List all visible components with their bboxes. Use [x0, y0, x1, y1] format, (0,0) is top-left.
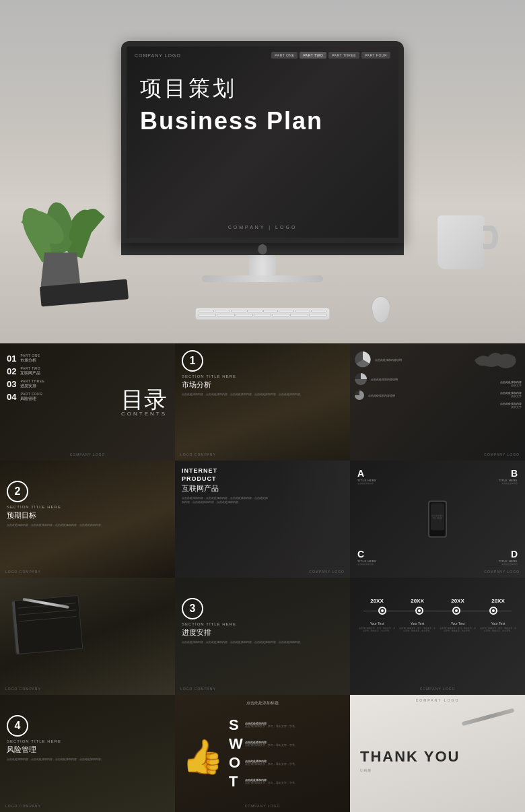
nav-pill-2[interactable]: PART TWO	[300, 52, 326, 59]
section-4-cn: 风险管理	[7, 745, 168, 755]
section-3-label: SECTION TITLE HERE	[182, 622, 343, 626]
section-2-label: SECTION TITLE HERE	[7, 505, 168, 509]
section-3-badge: 3	[182, 598, 203, 619]
section-4-body: 点击此处添加内容，点击此处添加内容，点击此处添加内容，点击此处添加内容。	[7, 757, 168, 762]
nav-pill-4[interactable]: PART FOUR	[361, 52, 390, 59]
section-1-label: SECTION TITLE HERE	[182, 374, 343, 378]
slide-4-logo: LOGO COMPANY	[5, 570, 41, 574]
nav-pill-3[interactable]: PART THREE	[328, 52, 359, 59]
slide-7-logo: LOGO COMPANY	[5, 687, 41, 691]
slide-10-logo: LOGO COMPANY	[5, 804, 41, 808]
slide-6-logo: COMPANY LOGO	[484, 570, 520, 574]
section-4-badge: 4	[7, 715, 28, 737]
imac-monitor: COMPANY LOGO PART ONE PART TWO PART THRE…	[121, 41, 404, 282]
section-1-cn: 市场分析	[182, 380, 343, 390]
plant-decoration	[20, 155, 101, 290]
slide-section2-img[interactable]: 2 SECTION TITLE HERE 预期目标 点击此处添加内容，点击此处添…	[0, 461, 175, 578]
imac-chin	[121, 243, 404, 255]
thankyou-title: THANK YOU	[360, 748, 460, 766]
slide-9-logo: COMPANY LOGO	[420, 687, 456, 691]
slide-8-logo: LOGO COMPANY	[180, 687, 216, 691]
slide-11-logo: COMPANY LOGO	[245, 804, 281, 808]
slide-thankyou[interactable]: COMPANY LOGO THANK YOU U相册	[350, 695, 525, 812]
section-2-cn: 预期目标	[7, 510, 168, 520]
imac-stand-neck	[249, 255, 276, 275]
slide-3-logo: COMPANY LOGO	[484, 452, 520, 456]
section-3-body: 点击此处添加内容，点击此处添加内容，点击此处添加内容，点击此处添加内容，点击此处…	[182, 640, 343, 644]
slide-pie-chart[interactable]: 点击此处添加内容说明 点击此处添加内容说明	[350, 343, 525, 461]
slide-section1[interactable]: 1 SECTION TITLE HERE 市场分析 点击此处添加内容，点击此处添…	[175, 343, 350, 461]
slide-section4[interactable]: 4 SECTION TItLE here 风险管理 点击此处添加内容，点击此处添…	[0, 695, 175, 812]
slide-phone-abcd[interactable]: A TITLE HERE 点击此处添加内容 B TITLE HERE 点击此处添…	[350, 461, 525, 578]
slide-5-logo: COMPANY LOGO	[309, 570, 345, 574]
slide-1-logo: COMPANY LOGO	[70, 452, 106, 456]
section-2-body: 点击此处添加内容，点击此处添加内容，点击此处添加内容，点击此处添加内容。	[7, 523, 168, 527]
slide-internet-product[interactable]: INTERNET PRODUCT 互联网产品 点击此处添加内容，点击此处添加内容…	[175, 461, 350, 578]
screen-company-logo: COMPANY LOGO	[135, 53, 181, 58]
slides-grid: 01 PART ONE 市场分析 02 PART TWO 互联网产品 03	[0, 343, 525, 812]
internet-cn: 互联网产品	[182, 483, 343, 494]
hero-section: COMPANY LOGO PART ONE PART TWO PART THRE…	[0, 0, 525, 343]
thankyou-subtitle: U相册	[360, 768, 372, 772]
section-2-badge: 2	[7, 481, 28, 502]
slide-swot[interactable]: 👍 S 点击此处添加内容 点击"矩"添加文字，学习，导出文字，字号。 W 点击此…	[175, 695, 350, 812]
slide-section3[interactable]: 3 SECTION TITLE HERE 进度安排 点击此处添加内容，点击此处添…	[175, 578, 350, 695]
section-3-cn: 进度安排	[182, 628, 343, 638]
slide-notebook-img[interactable]: LOGO COMPANY	[0, 578, 175, 695]
slide-toc[interactable]: 01 PART ONE 市场分析 02 PART TWO 互联网产品 03	[0, 343, 175, 461]
section-1-body: 点击此处添加内容，点击此处添加内容，点击此处添加内容，点击此处添加内容，点击此处…	[182, 393, 343, 397]
screen-english-title: Business Plan	[140, 107, 385, 135]
screen-footer: COMPANY | LOGO	[228, 225, 298, 230]
section-4-label: SECTION TItLE here	[7, 739, 168, 743]
nav-pills: PART ONE PART TWO PART THREE PART FOUR	[271, 52, 390, 59]
mug-decoration	[438, 215, 491, 276]
section-1-badge: 1	[182, 350, 203, 372]
imac-screen: COMPANY LOGO PART ONE PART TWO PART THRE…	[121, 41, 404, 243]
swot-title: 点击此处添加标题	[175, 700, 350, 706]
screen-chinese-title: 项目策划	[140, 74, 385, 104]
apple-logo-icon	[258, 244, 267, 255]
imac-stand-base	[202, 275, 323, 282]
slide-2-logo: LOGO COMPANY	[180, 452, 216, 456]
keyboard-decoration	[195, 308, 330, 320]
slide-timeline[interactable]: 20XX 20XX 20XX 20XX	[350, 578, 525, 695]
nav-pill-1[interactable]: PART ONE	[271, 52, 298, 59]
